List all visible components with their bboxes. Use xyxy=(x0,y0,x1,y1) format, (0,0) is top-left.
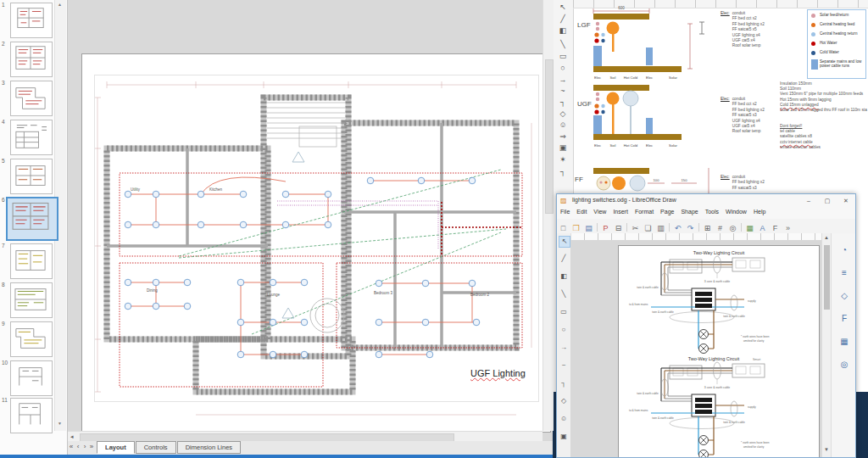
svg-text:to & from mains: to & from mains xyxy=(629,303,648,306)
flowchart-icon[interactable]: ▣ xyxy=(559,432,569,442)
curve-icon[interactable]: ~ xyxy=(556,86,570,96)
line-color-icon[interactable]: ╱ xyxy=(556,14,570,24)
properties-deck-icon[interactable]: ◔ xyxy=(836,242,853,259)
scroll-up-icon[interactable]: ▲ xyxy=(58,2,62,7)
svg-text:twin & earth cable: twin & earth cable xyxy=(652,416,674,420)
drawing-page[interactable]: Two-Way Lighting Circuit 3 core & earth … xyxy=(618,245,820,458)
tab-layout[interactable]: Layout xyxy=(97,441,135,454)
ellipse-icon[interactable]: ○ xyxy=(559,325,569,335)
menu-edit[interactable]: Edit xyxy=(573,208,590,215)
menu-insert[interactable]: Insert xyxy=(609,208,632,215)
main-draw-window: ▲ ▼ 1 2 3 4 5 6 7 8 9 10 11 xyxy=(0,0,553,455)
menu-format[interactable]: Format xyxy=(632,208,657,215)
insert-line-icon[interactable]: ╲ xyxy=(556,39,570,49)
pages-panel: ▲ ▼ 1 2 3 4 5 6 7 8 9 10 11 xyxy=(0,0,68,455)
minimize-button[interactable]: – xyxy=(799,194,818,207)
fill-color-icon[interactable]: ◧ xyxy=(559,271,569,282)
ellipse-icon[interactable]: ○ xyxy=(556,63,570,73)
basic-shapes-icon[interactable]: ◇ xyxy=(559,396,569,406)
menu-window[interactable]: Window xyxy=(722,208,750,215)
svg-text:twin & earth cable: twin & earth cable xyxy=(637,286,659,289)
menu-help[interactable]: Help xyxy=(750,208,769,215)
shapes-deck-icon[interactable]: ◇ xyxy=(836,288,853,304)
taskbar-edge xyxy=(0,455,553,458)
diagram2-tag: Smart xyxy=(753,358,760,361)
styles-deck-icon[interactable]: ≡ xyxy=(836,265,853,282)
symbol-shapes-icon[interactable]: ☺ xyxy=(556,120,570,130)
lgf-section-drawing[interactable]: 600 Elec Soil Hot Cold Elec Solar xyxy=(590,5,734,83)
menu-file[interactable]: File xyxy=(557,208,573,215)
navigator-deck-icon[interactable]: ◎ xyxy=(836,356,853,373)
drawing-canvas[interactable]: Utility Kitchen Dining Lounge Bedroom 3 … xyxy=(68,0,542,431)
svg-text:3 core & earth cable: 3 core & earth cable xyxy=(704,386,730,389)
scroll-down-icon[interactable]: ▼ xyxy=(824,447,829,452)
fontwork-deck-icon[interactable]: F xyxy=(836,310,853,327)
gallery-deck-icon[interactable]: ▦ xyxy=(836,333,853,350)
menu-tools[interactable]: Tools xyxy=(702,208,722,215)
menu-page[interactable]: Page xyxy=(657,208,677,215)
svg-text:Elec: Elec xyxy=(594,75,601,80)
select-icon[interactable]: ↖ xyxy=(559,236,570,248)
pipe-spec-notes: Insulation 150mmSoil 110mmVent 150mm 6" … xyxy=(780,81,868,113)
title-bar[interactable]: ▨ lighting switches.odg - LibreOffice Dr… xyxy=(557,194,855,209)
ugf-section-drawing[interactable]: Elec Soil Hot Cold Elec Solar xyxy=(590,81,734,153)
scroll-up-icon[interactable]: ▲ xyxy=(824,235,829,240)
vertical-scrollbar[interactable] xyxy=(542,0,554,431)
drawing-page[interactable]: Utility Kitchen Dining Lounge Bedroom 3 … xyxy=(81,53,551,433)
svg-text:Elec: Elec xyxy=(646,75,653,80)
scroll-down-icon[interactable]: ▼ xyxy=(58,421,62,426)
svg-text:100: 100 xyxy=(654,178,660,182)
layer-tab-bar: «‹›» LayoutControlsDimension Lines xyxy=(68,441,553,455)
stars-icon[interactable]: ✶ xyxy=(556,154,570,165)
svg-text:* earth wires have been: * earth wires have been xyxy=(741,335,770,338)
svg-text:Hot Cold: Hot Cold xyxy=(624,143,638,148)
callouts-icon[interactable]: ┐ xyxy=(556,166,570,176)
legend-swatch xyxy=(811,42,815,46)
desktop: ↖ ╱ ◧ ╲ ▭ ○ → ~ ┐ ◇ ☺ ⇒ ▣ ✶ ┐ LGF 600 xyxy=(0,0,868,458)
last-layer-icon[interactable]: » xyxy=(88,441,95,453)
first-layer-icon[interactable]: « xyxy=(68,441,75,453)
tab-dimension-lines[interactable]: Dimension Lines xyxy=(177,441,241,454)
menu-shape[interactable]: Shape xyxy=(677,208,701,215)
block-arrows-icon[interactable]: ⇒ xyxy=(556,131,570,142)
fill-color-icon[interactable]: ◧ xyxy=(556,25,570,36)
svg-text:Hot Cold: Hot Cold xyxy=(624,75,638,80)
insert-line-icon[interactable]: ╲ xyxy=(559,289,569,299)
flowchart-icon[interactable]: ▣ xyxy=(556,142,570,153)
tab-controls[interactable]: Controls xyxy=(136,441,176,454)
symbol-shapes-icon[interactable]: ☺ xyxy=(559,414,569,424)
line-color-icon[interactable]: ╱ xyxy=(559,254,569,264)
connector-icon[interactable]: ┐ xyxy=(556,97,570,107)
svg-text:supply: supply xyxy=(748,299,756,303)
sidebar-tab-strip: ◔ ≡ ◇ F ▦ ◎ xyxy=(831,233,856,458)
svg-text:Elec: Elec xyxy=(646,143,653,148)
rectangle-icon[interactable]: ▭ xyxy=(559,307,569,317)
svg-text:supply: supply xyxy=(748,405,756,409)
curve-icon[interactable]: ~ xyxy=(559,360,569,371)
svg-text:Soil: Soil xyxy=(610,75,616,80)
rectangle-icon[interactable]: ▭ xyxy=(556,51,570,61)
maximize-button[interactable]: ▢ xyxy=(818,194,837,207)
svg-text:Soil: Soil xyxy=(610,143,616,148)
arrow-icon[interactable]: → xyxy=(556,75,570,85)
standard-toolbar: □❒▤P⊟✂❏▥↶↷⊞#◎▦AF» xyxy=(557,219,855,234)
select-icon[interactable]: ↖ xyxy=(556,2,570,12)
svg-text:Solar: Solar xyxy=(669,75,677,80)
connector-icon[interactable]: ┐ xyxy=(559,378,569,388)
window-title: lighting switches.odg - LibreOffice Draw xyxy=(572,197,676,203)
svg-text:twin & earth cable: twin & earth cable xyxy=(652,310,674,314)
legend-box: Solar feed/return Central heating feed C… xyxy=(807,9,866,79)
arrow-icon[interactable]: → xyxy=(559,343,569,353)
basic-shapes-icon[interactable]: ◇ xyxy=(556,109,570,119)
prev-layer-icon[interactable]: ‹ xyxy=(75,441,81,453)
legend-swatch xyxy=(811,59,818,70)
ff-elec-notes: Elec:conduitFF bed lighting x2FF satcat5… xyxy=(721,175,765,191)
next-layer-icon[interactable]: › xyxy=(81,441,88,453)
dim-600: 600 xyxy=(618,6,625,10)
diagram1-title: Two-Way Lighting Circuit xyxy=(693,250,745,255)
close-button[interactable]: ✕ xyxy=(837,194,855,207)
scroll-left-icon[interactable]: ◂ xyxy=(70,433,74,440)
section-label-ff: FF xyxy=(575,176,583,183)
menu-view[interactable]: View xyxy=(590,208,609,215)
lgf-elec-notes: Elec:conduitFF bed cct x2FF bed lighting… xyxy=(721,11,765,49)
